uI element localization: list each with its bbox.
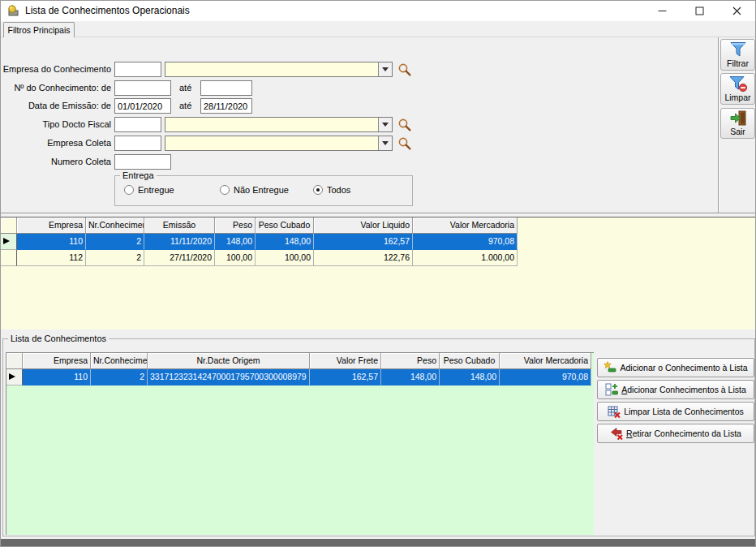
clear-list-icon [608, 405, 621, 418]
filtrar-button[interactable]: Filtrar [720, 39, 755, 71]
radio-checked-icon [313, 185, 323, 195]
data-emissao-label: Data de Emissão: de [1, 101, 111, 110]
add-item-icon [604, 361, 616, 374]
grid1-cell: 2 [86, 250, 144, 266]
app-window: Lista de Conhecimentos Operacionais Filt… [0, 0, 756, 547]
empresa-conhecimento-combo[interactable] [165, 62, 393, 77]
radio-todos-label: Todos [327, 185, 350, 195]
limpar-button[interactable]: Limpar [720, 73, 755, 105]
grid2-row1-indicator [6, 369, 23, 385]
entrega-group-label: Entrega [120, 170, 157, 180]
tipo-docto-fiscal-label: Tipo Docto Fiscal [1, 119, 111, 129]
tipo-docto-fiscal-code-input[interactable] [114, 117, 161, 132]
grid1-cell: 1.000,00 [413, 250, 518, 266]
side-panel-divider [718, 37, 719, 213]
lista-conhecimentos-grid: Empresa Nr.Conhecimento Nr.Dacte Origem … [6, 352, 594, 535]
radio-entregue[interactable]: Entregue [124, 185, 174, 195]
data-emissao-ate-input[interactable] [200, 98, 252, 114]
sair-button[interactable]: Sair [720, 108, 755, 139]
tipo-docto-fiscal-combo-dropdown[interactable] [378, 118, 392, 131]
grid1-col-peso-cubado: Peso Cubado [256, 218, 314, 234]
grid2-col-nr-dacte-origem: Nr.Dacte Origem [148, 353, 310, 369]
button-label: Limpar Lista de Conhecimentos [624, 407, 744, 416]
empresa-conhecimento-search-button[interactable] [397, 62, 412, 77]
grid1-cell: 148,00 [256, 234, 314, 250]
empresa-coleta-combo-dropdown[interactable] [378, 136, 392, 150]
retirar-conhecimento-button[interactable]: Retirar Conhecimento da Lista [597, 424, 754, 443]
close-button[interactable] [718, 1, 755, 21]
grid1-row-selected[interactable]: 110 2 11/11/2020 148,00 148,00 162,57 97… [1, 234, 756, 250]
remove-item-icon [610, 427, 623, 440]
grid1-cell: 148,00 [215, 234, 256, 250]
tipo-docto-fiscal-search-button[interactable] [397, 118, 412, 132]
exit-door-icon [729, 110, 747, 126]
empresa-conhecimento-combo-value [165, 62, 378, 76]
tab-filtros-principais[interactable]: Filtros Principais [3, 22, 75, 37]
grid2-cell: 2 [91, 369, 148, 385]
tipo-docto-fiscal-combo[interactable] [165, 117, 393, 132]
button-label: dicionar Conhecimentos à Lista [627, 385, 746, 394]
chevron-down-icon [382, 123, 389, 127]
nr-conhecimento-de-input[interactable] [114, 80, 171, 96]
minimize-icon [658, 6, 667, 15]
grid1-col-valor-mercadoria: Valor Mercadoria [413, 218, 518, 234]
chevron-down-icon [382, 67, 389, 71]
grid2-col-valor-mercadoria: Valor Mercadoria [500, 353, 591, 369]
grid2-col-peso: Peso [381, 353, 440, 369]
add-multiple-icon [605, 383, 618, 396]
grid1-cell: 122,76 [314, 250, 413, 266]
sair-label: Sair [730, 127, 745, 136]
grid2-header-row: Empresa Nr.Conhecimento Nr.Dacte Origem … [6, 353, 594, 369]
grid1-row2-indicator [1, 250, 17, 266]
grid1-row1-indicator [1, 234, 17, 250]
bottom-bar [1, 539, 756, 547]
radio-nao-entregue[interactable]: Não Entregue [220, 185, 289, 195]
nr-conhecimento-ate-label: até [179, 83, 191, 93]
grid1-cell: 162,57 [314, 234, 413, 250]
button-accel: R [626, 429, 633, 438]
radio-todos[interactable]: Todos [313, 185, 350, 195]
limpar-label: Limpar [724, 93, 750, 102]
grid1-col-empresa: Empresa [17, 218, 86, 234]
grid2-col-peso-cubado: Peso Cubado [440, 353, 500, 369]
adicionar-conhecimentos-button[interactable]: Adicionar Conhecimentos à Lista [597, 380, 754, 399]
empresa-conhecimento-label: Empresa do Conhecimento [1, 64, 111, 74]
grid2-cell: 162,57 [310, 369, 381, 385]
window-controls [643, 1, 755, 21]
lista-conhecimentos-group-label: Lista de Conhecimentos [8, 334, 109, 343]
grid2-row-selected[interactable]: 110 2 331712323142470001795700300008979 … [6, 369, 594, 385]
grid1-row[interactable]: 112 2 27/11/2020 100,00 100,00 122,76 1.… [1, 250, 756, 266]
limpar-lista-button[interactable]: Limpar Lista de Conhecimentos [597, 402, 754, 421]
empresa-conhecimento-code-input[interactable] [114, 62, 161, 77]
empresa-coleta-code-input[interactable] [114, 136, 161, 151]
grid2-col-empresa: Empresa [23, 353, 91, 369]
app-icon[interactable] [6, 4, 19, 17]
grid1-cell: 970,08 [413, 234, 518, 250]
adicionar-conhecimento-button[interactable]: Adicionar o Conhecimento à Lista [597, 358, 754, 377]
tipo-docto-fiscal-combo-value [165, 118, 378, 131]
search-icon [397, 62, 412, 77]
grid1-header-row: Empresa Nr.Conhecimento Emissão Peso Pes… [1, 218, 756, 234]
numero-coleta-input[interactable] [114, 154, 171, 170]
grid2-cell: 148,00 [440, 369, 500, 385]
empresa-conhecimento-combo-dropdown[interactable] [378, 62, 392, 76]
grid1-cell: 2 [86, 234, 144, 250]
data-emissao-de-input[interactable] [114, 98, 171, 114]
empresa-coleta-combo[interactable] [165, 136, 393, 151]
numero-coleta-label: Numero Coleta [1, 157, 111, 166]
filter-clear-icon [728, 75, 748, 92]
window-title: Lista de Conhecimentos Operacionais [25, 5, 190, 16]
grid1-cell: 100,00 [215, 250, 256, 266]
empresa-coleta-search-button[interactable] [397, 136, 412, 151]
nr-conhecimento-ate-input[interactable] [200, 80, 252, 96]
grid1-col-emissao: Emissão [144, 218, 215, 234]
grid1-col-valor-liquido: Valor Liquido [314, 218, 413, 234]
maximize-button[interactable] [681, 1, 718, 21]
minimize-button[interactable] [643, 1, 681, 21]
radio-icon [220, 185, 230, 195]
grid1-cell: 112 [17, 250, 86, 266]
empresa-coleta-label: Empresa Coleta [1, 138, 111, 148]
grid1-col-nr-conhecimento: Nr.Conhecimento [86, 218, 144, 234]
filter-funnel-icon [728, 41, 748, 58]
grid2-col-nr-conhecimento: Nr.Conhecimento [91, 353, 148, 369]
